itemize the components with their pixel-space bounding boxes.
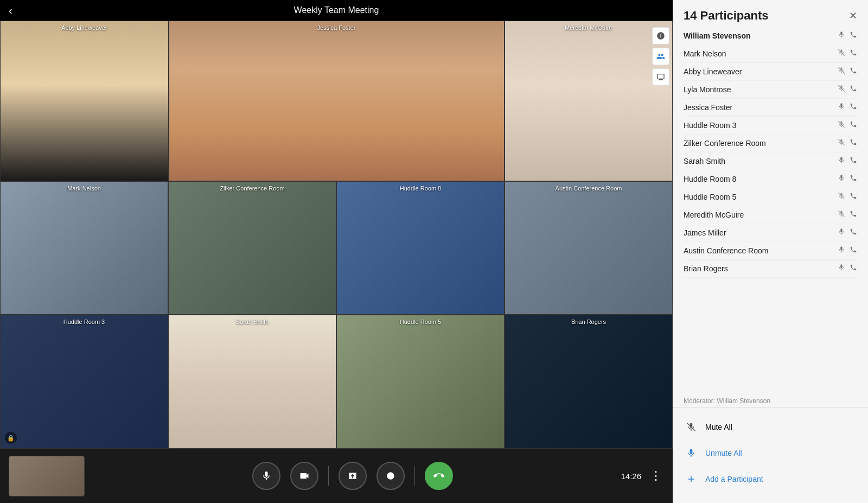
title-bar: ‹ Weekly Team Meeting: [0, 0, 673, 21]
participant-row: James Miller: [684, 224, 857, 242]
mic-icon[interactable]: [838, 103, 845, 112]
close-sidebar-button[interactable]: ✕: [849, 10, 857, 22]
phone-icon[interactable]: [850, 264, 857, 273]
lock-icon: 🔒: [5, 432, 17, 444]
end-call-button[interactable]: [419, 456, 459, 496]
phone-icon[interactable]: [850, 103, 857, 112]
participant-icons: [838, 210, 857, 220]
mic-icon[interactable]: [838, 192, 845, 202]
participant-row: Mark Nelson: [684, 45, 857, 63]
participant-row: Huddle Room 5: [684, 188, 857, 206]
mic-icon[interactable]: [838, 264, 845, 273]
add-participant-icon: [684, 472, 699, 487]
participant-name: Abby Lineweaver: [684, 67, 838, 76]
phone-icon[interactable]: [850, 246, 857, 256]
participant-name: James Miller: [684, 228, 838, 237]
mic-icon[interactable]: [838, 138, 845, 148]
mic-icon[interactable]: [838, 210, 845, 220]
phone-icon[interactable]: [850, 210, 857, 220]
camera-button[interactable]: [290, 462, 318, 490]
mic-icon[interactable]: [838, 31, 845, 41]
participant-icons: [838, 138, 857, 148]
participant-name: Lyla Montrose: [684, 85, 838, 94]
video-row-mid: Mark Nelson Zilker Conference Room Huddl…: [0, 181, 673, 315]
participant-icons: [838, 228, 857, 238]
sidebar-icon-panel: [652, 27, 669, 86]
add-participant-button[interactable]: Add a Participant: [684, 466, 857, 492]
phone-icon[interactable]: [850, 120, 857, 130]
participant-icons: [838, 156, 857, 166]
screen-share-icon-button[interactable]: [652, 68, 669, 86]
mute-all-button[interactable]: Mute All: [684, 414, 857, 440]
participant-row: Huddle Room 3: [684, 117, 857, 135]
controls-divider: [328, 466, 329, 486]
tile-abby: Abby Lineweaver: [0, 21, 169, 181]
phone-icon[interactable]: [850, 49, 857, 59]
tile-label-huddle5: Huddle Room 5: [337, 319, 504, 325]
tile-label-huddle8: Huddle Room 8: [337, 185, 504, 192]
participant-icons: [838, 120, 857, 130]
svg-point-0: [387, 472, 394, 479]
phone-icon[interactable]: [850, 192, 857, 202]
phone-icon[interactable]: [850, 67, 857, 77]
controls-area: 14:26 ⋮: [0, 449, 673, 503]
share-button[interactable]: [339, 462, 367, 490]
mic-icon[interactable]: [838, 174, 845, 184]
tile-jessica: Jessica Foster: [169, 21, 505, 181]
mic-icon[interactable]: [838, 156, 845, 166]
back-button[interactable]: ‹: [9, 4, 12, 17]
participant-icons: [838, 264, 857, 273]
participant-icons: [838, 103, 857, 112]
tile-label-mark: Mark Nelson: [1, 185, 168, 192]
video-area: ‹ Weekly Team Meeting Abby Lineweaver Je…: [0, 0, 673, 503]
participant-row: Abby Lineweaver: [684, 63, 857, 81]
more-options-button[interactable]: ⋮: [650, 469, 662, 483]
participant-row: Brian Rogers: [684, 260, 857, 278]
participant-row: Lyla Montrose: [684, 81, 857, 99]
mic-icon[interactable]: [838, 85, 845, 94]
call-timer: 14:26: [621, 472, 641, 481]
participant-row: Austin Conference Room: [684, 242, 857, 260]
phone-icon[interactable]: [850, 228, 857, 238]
self-thumbnail: [9, 456, 85, 496]
mic-icon[interactable]: [838, 67, 845, 77]
sidebar-footer: Mute All Unmute All Add a Participant: [673, 407, 868, 503]
participant-row: Huddle Room 8: [684, 170, 857, 188]
mic-icon[interactable]: [838, 120, 845, 130]
mic-icon[interactable]: [838, 228, 845, 238]
participant-name: Meredith McGuire: [684, 211, 838, 219]
participant-name: Mark Nelson: [684, 49, 838, 58]
mic-icon[interactable]: [838, 49, 845, 59]
participants-icon-button[interactable]: [652, 48, 669, 65]
unmute-all-label: Unmute All: [705, 449, 742, 457]
controls-divider2: [414, 466, 415, 486]
phone-icon[interactable]: [850, 31, 857, 41]
video-grid: Abby Lineweaver Jessica Foster Meredith …: [0, 21, 673, 449]
participant-icons: [838, 246, 857, 256]
participants-list: William StevensonMark NelsonAbby Linewea…: [673, 27, 868, 392]
phone-icon[interactable]: [850, 156, 857, 166]
mic-icon[interactable]: [838, 246, 845, 256]
participant-name: Huddle Room 3: [684, 121, 838, 130]
participant-row: Jessica Foster: [684, 99, 857, 117]
mute-button[interactable]: [252, 462, 280, 490]
sidebar-header: 14 Participants ✕: [673, 0, 868, 27]
record-button[interactable]: [376, 462, 405, 490]
tile-mark: Mark Nelson: [0, 181, 168, 315]
video-row-top: Abby Lineweaver Jessica Foster Meredith …: [0, 21, 673, 181]
tile-huddle5: Huddle Room 5: [336, 315, 505, 449]
participant-name: Sarah Smith: [684, 157, 838, 165]
mute-all-label: Mute All: [705, 423, 732, 431]
phone-icon[interactable]: [850, 85, 857, 94]
phone-icon[interactable]: [850, 174, 857, 184]
moderator-label: Moderator: William Stevenson: [673, 392, 868, 407]
tile-brian: Brian Rogers: [505, 315, 673, 449]
participant-icons: [838, 85, 857, 94]
unmute-all-button[interactable]: Unmute All: [684, 440, 857, 466]
participant-row: Zilker Conference Room: [684, 135, 857, 152]
participant-name: Brian Rogers: [684, 264, 838, 273]
participant-row: William Stevenson: [684, 27, 857, 45]
participant-name: Austin Conference Room: [684, 246, 838, 255]
phone-icon[interactable]: [850, 138, 857, 148]
participant-name: Huddle Room 5: [684, 193, 838, 201]
